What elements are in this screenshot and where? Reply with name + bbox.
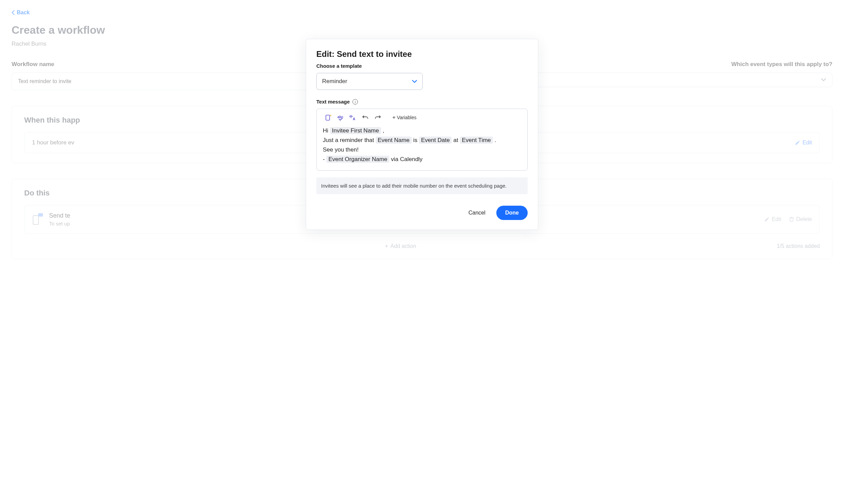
edit-text-modal: Edit: Send text to invitee Choose a temp… [306, 39, 538, 230]
message-line-3: See you then! [323, 145, 521, 155]
var-event-name[interactable]: Event Name [376, 137, 412, 144]
done-button[interactable]: Done [496, 206, 528, 220]
text-fragment: is [412, 137, 419, 143]
text-fragment: via Calendly [389, 156, 422, 162]
info-icon[interactable]: i [352, 99, 358, 105]
spellcheck-icon[interactable]: abc [337, 114, 345, 121]
message-body[interactable]: Hi Invitee First Name , Just a reminder … [323, 126, 521, 164]
template-select[interactable]: Reminder [316, 73, 423, 90]
ai-sparkle-icon[interactable] [325, 114, 332, 121]
message-line-4: - Event Organizer Name via Calendly [323, 155, 521, 164]
undo-icon[interactable] [362, 114, 369, 121]
message-line-1: Hi Invitee First Name , [323, 126, 521, 136]
template-selected: Reminder [322, 78, 347, 85]
modal-hint: Invitees will see a place to add their m… [316, 177, 528, 194]
redo-icon[interactable] [374, 114, 381, 121]
text-fragment: , [381, 127, 384, 134]
svg-text:A: A [353, 117, 355, 121]
var-event-time[interactable]: Event Time [460, 137, 493, 144]
text-fragment: at [452, 137, 460, 143]
editor-toolbar: abc 中A + Variables [323, 113, 521, 126]
text-message-label: Text message [316, 99, 350, 105]
message-line-2: Just a reminder that Event Name is Event… [323, 136, 521, 145]
modal-overlay: Edit: Send text to invitee Choose a temp… [0, 0, 844, 504]
cancel-button[interactable]: Cancel [466, 206, 487, 219]
svg-rect-0 [326, 115, 330, 120]
text-fragment: - [323, 156, 326, 162]
svg-text:中: 中 [349, 115, 353, 119]
text-fragment: Hi [323, 127, 330, 134]
text-fragment: . [493, 137, 496, 143]
text-editor[interactable]: abc 中A + Variables Hi Invitee Fir [316, 109, 528, 171]
translate-icon[interactable]: 中A [349, 114, 357, 121]
modal-title: Edit: Send text to invitee [316, 49, 528, 59]
var-event-date[interactable]: Event Date [419, 137, 452, 144]
var-invitee-first-name[interactable]: Invitee First Name [330, 127, 381, 134]
variables-button[interactable]: + Variables [392, 115, 417, 120]
choose-template-label: Choose a template [316, 63, 528, 69]
modal-actions: Cancel Done [316, 206, 528, 220]
text-fragment: Just a reminder that [323, 137, 376, 143]
svg-text:abc: abc [337, 115, 344, 119]
plus-icon: + [392, 115, 395, 120]
variables-label: Variables [397, 115, 416, 120]
chevron-down-icon [412, 80, 417, 83]
var-event-organizer[interactable]: Event Organizer Name [326, 156, 389, 163]
